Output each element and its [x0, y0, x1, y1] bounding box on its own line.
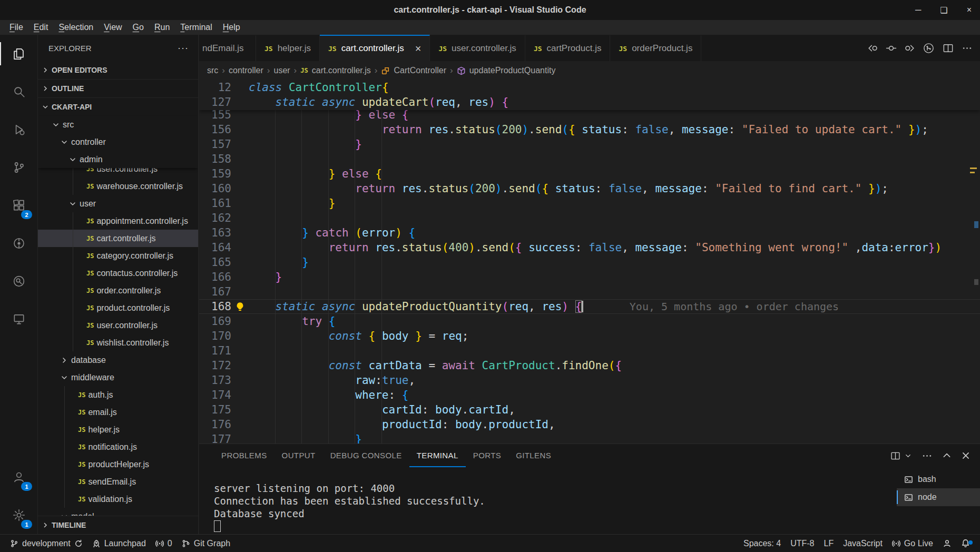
menu-go[interactable]: Go	[128, 22, 149, 33]
more-actions-icon[interactable]	[962, 43, 973, 54]
code-line-176[interactable]: 176 productId: body.productId,	[199, 417, 980, 432]
line-number[interactable]: 158	[199, 152, 231, 166]
code-line-157[interactable]: 157 }	[199, 137, 980, 152]
code-line-175[interactable]: 175 cartId: body.cartId,	[199, 402, 980, 417]
gitlens-forward-icon[interactable]	[904, 43, 915, 54]
line-number[interactable]: 162	[199, 211, 231, 225]
account-status[interactable]	[938, 539, 956, 548]
code-line-127[interactable]: 127 static async updateCart(req, res) {	[199, 95, 980, 110]
split-terminal-icon[interactable]	[890, 450, 901, 461]
feedback-status[interactable]: 0	[151, 539, 177, 548]
line-number[interactable]: 12	[199, 80, 231, 95]
panel-tab-problems[interactable]: PROBLEMS	[214, 444, 275, 467]
line-number[interactable]: 174	[199, 388, 231, 402]
code-line-159[interactable]: 159 } else {	[199, 166, 980, 181]
tree-file-contactus.controller.js[interactable]: JScontactus.controller.js	[38, 264, 198, 282]
tree-file-category.controller.js[interactable]: JScategory.controller.js	[38, 247, 198, 264]
tab-orderProduct.js[interactable]: JSorderProduct.js	[610, 35, 701, 61]
menu-edit[interactable]: Edit	[28, 22, 54, 33]
tree-file-productHelper.js[interactable]: JSproductHelper.js	[38, 456, 198, 473]
tab-cartProduct.js[interactable]: JScartProduct.js	[525, 35, 611, 61]
panel-tab-gitlens[interactable]: GITLENS	[508, 444, 558, 467]
code-line-170[interactable]: 170 const { body } = req;	[199, 329, 980, 343]
remote-explorer-activity-button[interactable]	[0, 300, 37, 338]
extensions-activity-button[interactable]: 2	[0, 186, 37, 224]
code-line-172[interactable]: 172 const cartData = await CartProduct.f…	[199, 358, 980, 373]
line-number[interactable]: 167	[199, 284, 231, 299]
breadcrumb-symbol-updateProductQuantity[interactable]: updateProductQuantity	[469, 66, 556, 75]
menu-run[interactable]: Run	[149, 22, 175, 33]
git-graph-status[interactable]: Git Graph	[177, 539, 235, 548]
tree-file-user.controller.js[interactable]: JSuser.controller.js	[38, 317, 198, 334]
menu-selection[interactable]: Selection	[53, 22, 99, 33]
menu-view[interactable]: View	[99, 22, 127, 33]
settings-gear-activity-button[interactable]: 1	[0, 496, 37, 534]
terminal-instance-bash[interactable]: bash	[897, 470, 980, 488]
line-number[interactable]: 176	[199, 417, 231, 432]
code-line-158[interactable]: 158	[199, 152, 980, 166]
tree-folder-src[interactable]: src	[38, 116, 198, 133]
code-line-156[interactable]: 156 return res.status(200).send({ status…	[199, 122, 980, 137]
run-debug-activity-button[interactable]	[0, 111, 37, 149]
breadcrumb[interactable]: src›controller›user›JScart.controller.js…	[199, 61, 980, 80]
tree-file-user.controller.js[interactable]: JSuser.controller.js	[38, 168, 198, 178]
tree-file-sendEmail.js[interactable]: JSsendEmail.js	[38, 473, 198, 490]
line-number[interactable]: 169	[199, 314, 231, 329]
gitlens-inspect-activity-button[interactable]	[0, 262, 37, 300]
chevron-down-sm[interactable]	[904, 452, 912, 460]
tab-user.controller.js[interactable]: JSuser.controller.js	[430, 35, 525, 61]
tree-folder-admin[interactable]: admin	[38, 151, 198, 168]
notifications-status[interactable]	[956, 539, 975, 548]
git-branch-status[interactable]: development	[5, 539, 87, 548]
tree-folder-user[interactable]: user	[38, 195, 198, 212]
tab-ndEmail.js[interactable]: ndEmail.js	[199, 35, 256, 61]
tree-file-wishlist.controller.js[interactable]: JSwishlist.controller.js	[38, 334, 198, 351]
line-number[interactable]: 164	[199, 240, 231, 255]
panel-tab-debug-console[interactable]: DEBUG CONSOLE	[323, 444, 409, 467]
encoding-status[interactable]: UTF-8	[786, 539, 819, 548]
section-outline[interactable]: OUTLINE	[38, 79, 198, 97]
tab-cart.controller.js[interactable]: JScart.controller.js×	[320, 35, 430, 61]
code-line-169[interactable]: 169 try {	[199, 314, 980, 329]
tree-file-appointment.controller.js[interactable]: JSappointment.controller.js	[38, 212, 198, 230]
terminal-instance-node[interactable]: node	[897, 488, 980, 506]
maximize-panel-icon[interactable]	[942, 451, 952, 460]
code-line-173[interactable]: 173 raw:true,	[199, 373, 980, 388]
code-line-164[interactable]: 164 return res.status(400).send({ succes…	[199, 240, 980, 255]
tree-folder-controller[interactable]: controller	[38, 133, 198, 151]
tree-file-cart.controller.js[interactable]: JScart.controller.js	[38, 230, 198, 247]
menu-terminal[interactable]: Terminal	[175, 22, 217, 33]
section-project[interactable]: CKART-API	[38, 97, 198, 116]
tree-file-product.controller.js[interactable]: JSproduct.controller.js	[38, 299, 198, 317]
line-number[interactable]: 165	[199, 255, 231, 270]
line-number[interactable]: 172	[199, 358, 231, 373]
gitlens-back-icon[interactable]	[867, 43, 878, 54]
terminal-output[interactable]: server listening on port: 4000Connection…	[214, 482, 485, 533]
code-line-163[interactable]: 163 } catch (error) {	[199, 225, 980, 240]
search-activity-button[interactable]	[0, 73, 37, 111]
panel-tab-ports[interactable]: PORTS	[466, 444, 508, 467]
panel-tab-output[interactable]: OUTPUT	[275, 444, 323, 467]
close-panel-icon[interactable]	[961, 451, 971, 460]
line-number[interactable]: 159	[199, 166, 231, 181]
line-number[interactable]: 160	[199, 181, 231, 196]
menu-help[interactable]: Help	[218, 22, 246, 33]
tree-file-validation.js[interactable]: JSvalidation.js	[38, 490, 198, 508]
language-status[interactable]: JavaScript	[838, 539, 887, 548]
tree-file-helper.js[interactable]: JShelper.js	[38, 421, 198, 438]
launchpad-status[interactable]: Launchpad	[87, 539, 151, 548]
line-number[interactable]: 166	[199, 270, 231, 284]
breadcrumb-src[interactable]: src	[207, 66, 218, 75]
line-number[interactable]: 156	[199, 122, 231, 137]
line-number[interactable]: 171	[199, 343, 231, 358]
breadcrumb-user[interactable]: user	[273, 66, 290, 75]
line-number[interactable]: 168	[199, 300, 231, 313]
sync-icon[interactable]	[74, 539, 83, 548]
line-number[interactable]: 161	[199, 196, 231, 211]
gitlens-current-icon[interactable]	[886, 43, 897, 54]
line-number[interactable]: 170	[199, 329, 231, 343]
section-timeline[interactable]: TIMELINE	[38, 516, 198, 534]
code-line-171[interactable]: 171	[199, 343, 980, 358]
go-live-status[interactable]: Go Live	[887, 539, 938, 548]
line-number[interactable]: 177	[199, 432, 231, 443]
